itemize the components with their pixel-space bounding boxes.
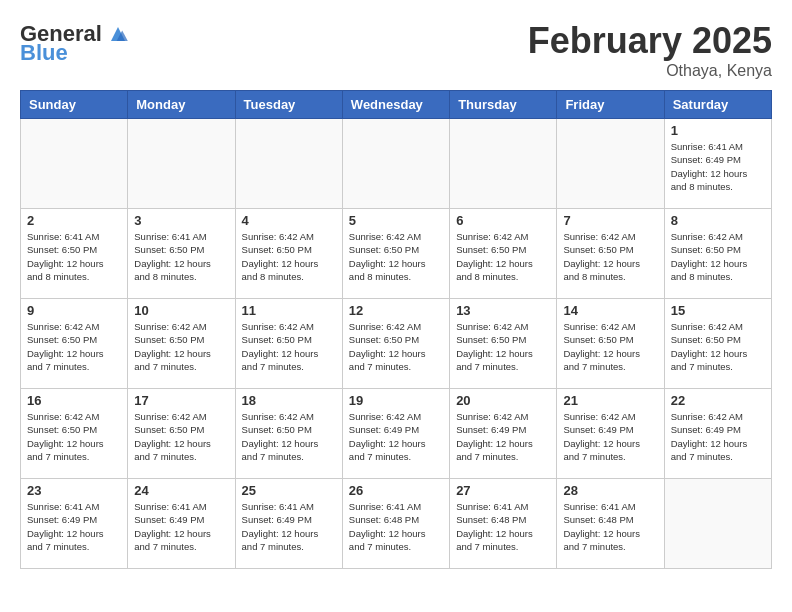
calendar-day-cell: 16Sunrise: 6:42 AM Sunset: 6:50 PM Dayli… (21, 389, 128, 479)
day-info: Sunrise: 6:42 AM Sunset: 6:50 PM Dayligh… (671, 320, 765, 373)
weekday-header: Thursday (450, 91, 557, 119)
day-info: Sunrise: 6:42 AM Sunset: 6:50 PM Dayligh… (563, 230, 657, 283)
calendar-day-cell: 28Sunrise: 6:41 AM Sunset: 6:48 PM Dayli… (557, 479, 664, 569)
day-number: 12 (349, 303, 443, 318)
day-number: 11 (242, 303, 336, 318)
day-number: 23 (27, 483, 121, 498)
day-info: Sunrise: 6:42 AM Sunset: 6:50 PM Dayligh… (242, 230, 336, 283)
logo-icon (104, 20, 132, 48)
calendar-day-cell: 11Sunrise: 6:42 AM Sunset: 6:50 PM Dayli… (235, 299, 342, 389)
day-info: Sunrise: 6:42 AM Sunset: 6:49 PM Dayligh… (456, 410, 550, 463)
weekday-header: Monday (128, 91, 235, 119)
calendar-day-cell (235, 119, 342, 209)
day-info: Sunrise: 6:42 AM Sunset: 6:50 PM Dayligh… (349, 320, 443, 373)
weekday-header: Tuesday (235, 91, 342, 119)
day-info: Sunrise: 6:42 AM Sunset: 6:50 PM Dayligh… (134, 320, 228, 373)
location-title: Othaya, Kenya (528, 62, 772, 80)
day-number: 22 (671, 393, 765, 408)
calendar-day-cell: 24Sunrise: 6:41 AM Sunset: 6:49 PM Dayli… (128, 479, 235, 569)
day-info: Sunrise: 6:42 AM Sunset: 6:50 PM Dayligh… (563, 320, 657, 373)
calendar-header-row: SundayMondayTuesdayWednesdayThursdayFrid… (21, 91, 772, 119)
day-info: Sunrise: 6:42 AM Sunset: 6:50 PM Dayligh… (27, 320, 121, 373)
calendar-day-cell: 26Sunrise: 6:41 AM Sunset: 6:48 PM Dayli… (342, 479, 449, 569)
day-info: Sunrise: 6:42 AM Sunset: 6:50 PM Dayligh… (134, 410, 228, 463)
calendar-day-cell (557, 119, 664, 209)
calendar-day-cell: 8Sunrise: 6:42 AM Sunset: 6:50 PM Daylig… (664, 209, 771, 299)
day-number: 27 (456, 483, 550, 498)
day-number: 2 (27, 213, 121, 228)
calendar-day-cell: 5Sunrise: 6:42 AM Sunset: 6:50 PM Daylig… (342, 209, 449, 299)
weekday-header: Sunday (21, 91, 128, 119)
day-info: Sunrise: 6:42 AM Sunset: 6:49 PM Dayligh… (563, 410, 657, 463)
weekday-header: Saturday (664, 91, 771, 119)
calendar-day-cell: 21Sunrise: 6:42 AM Sunset: 6:49 PM Dayli… (557, 389, 664, 479)
day-number: 21 (563, 393, 657, 408)
day-number: 24 (134, 483, 228, 498)
day-info: Sunrise: 6:41 AM Sunset: 6:49 PM Dayligh… (134, 500, 228, 553)
day-info: Sunrise: 6:41 AM Sunset: 6:50 PM Dayligh… (27, 230, 121, 283)
day-number: 28 (563, 483, 657, 498)
day-number: 4 (242, 213, 336, 228)
calendar-day-cell: 7Sunrise: 6:42 AM Sunset: 6:50 PM Daylig… (557, 209, 664, 299)
day-number: 13 (456, 303, 550, 318)
day-number: 19 (349, 393, 443, 408)
calendar-day-cell: 12Sunrise: 6:42 AM Sunset: 6:50 PM Dayli… (342, 299, 449, 389)
calendar-day-cell: 20Sunrise: 6:42 AM Sunset: 6:49 PM Dayli… (450, 389, 557, 479)
calendar-day-cell: 22Sunrise: 6:42 AM Sunset: 6:49 PM Dayli… (664, 389, 771, 479)
day-number: 8 (671, 213, 765, 228)
day-info: Sunrise: 6:42 AM Sunset: 6:50 PM Dayligh… (242, 410, 336, 463)
day-info: Sunrise: 6:41 AM Sunset: 6:50 PM Dayligh… (134, 230, 228, 283)
day-info: Sunrise: 6:42 AM Sunset: 6:50 PM Dayligh… (671, 230, 765, 283)
calendar-week-row: 9Sunrise: 6:42 AM Sunset: 6:50 PM Daylig… (21, 299, 772, 389)
day-number: 17 (134, 393, 228, 408)
day-number: 20 (456, 393, 550, 408)
page-header: General Blue February 2025 Othaya, Kenya (20, 20, 772, 80)
calendar-week-row: 1Sunrise: 6:41 AM Sunset: 6:49 PM Daylig… (21, 119, 772, 209)
calendar-table: SundayMondayTuesdayWednesdayThursdayFrid… (20, 90, 772, 569)
day-info: Sunrise: 6:42 AM Sunset: 6:50 PM Dayligh… (456, 230, 550, 283)
day-number: 9 (27, 303, 121, 318)
day-number: 1 (671, 123, 765, 138)
calendar-day-cell: 17Sunrise: 6:42 AM Sunset: 6:50 PM Dayli… (128, 389, 235, 479)
day-number: 6 (456, 213, 550, 228)
calendar-day-cell (21, 119, 128, 209)
calendar-day-cell: 3Sunrise: 6:41 AM Sunset: 6:50 PM Daylig… (128, 209, 235, 299)
calendar-day-cell: 9Sunrise: 6:42 AM Sunset: 6:50 PM Daylig… (21, 299, 128, 389)
day-info: Sunrise: 6:41 AM Sunset: 6:49 PM Dayligh… (27, 500, 121, 553)
day-info: Sunrise: 6:41 AM Sunset: 6:48 PM Dayligh… (563, 500, 657, 553)
calendar-day-cell (450, 119, 557, 209)
calendar-day-cell: 1Sunrise: 6:41 AM Sunset: 6:49 PM Daylig… (664, 119, 771, 209)
calendar-week-row: 23Sunrise: 6:41 AM Sunset: 6:49 PM Dayli… (21, 479, 772, 569)
logo-blue: Blue (20, 40, 68, 66)
day-info: Sunrise: 6:41 AM Sunset: 6:48 PM Dayligh… (349, 500, 443, 553)
calendar-week-row: 2Sunrise: 6:41 AM Sunset: 6:50 PM Daylig… (21, 209, 772, 299)
day-number: 14 (563, 303, 657, 318)
calendar-day-cell (664, 479, 771, 569)
day-info: Sunrise: 6:41 AM Sunset: 6:49 PM Dayligh… (242, 500, 336, 553)
day-info: Sunrise: 6:42 AM Sunset: 6:50 PM Dayligh… (242, 320, 336, 373)
day-number: 3 (134, 213, 228, 228)
day-info: Sunrise: 6:42 AM Sunset: 6:50 PM Dayligh… (349, 230, 443, 283)
day-number: 10 (134, 303, 228, 318)
calendar-day-cell: 23Sunrise: 6:41 AM Sunset: 6:49 PM Dayli… (21, 479, 128, 569)
calendar-day-cell: 6Sunrise: 6:42 AM Sunset: 6:50 PM Daylig… (450, 209, 557, 299)
month-title: February 2025 (528, 20, 772, 62)
calendar-day-cell: 13Sunrise: 6:42 AM Sunset: 6:50 PM Dayli… (450, 299, 557, 389)
logo: General Blue (20, 20, 132, 66)
day-info: Sunrise: 6:42 AM Sunset: 6:50 PM Dayligh… (27, 410, 121, 463)
weekday-header: Friday (557, 91, 664, 119)
calendar-day-cell: 18Sunrise: 6:42 AM Sunset: 6:50 PM Dayli… (235, 389, 342, 479)
calendar-week-row: 16Sunrise: 6:42 AM Sunset: 6:50 PM Dayli… (21, 389, 772, 479)
day-number: 16 (27, 393, 121, 408)
calendar-day-cell: 2Sunrise: 6:41 AM Sunset: 6:50 PM Daylig… (21, 209, 128, 299)
calendar-day-cell: 10Sunrise: 6:42 AM Sunset: 6:50 PM Dayli… (128, 299, 235, 389)
calendar-day-cell: 25Sunrise: 6:41 AM Sunset: 6:49 PM Dayli… (235, 479, 342, 569)
calendar-day-cell: 14Sunrise: 6:42 AM Sunset: 6:50 PM Dayli… (557, 299, 664, 389)
calendar-day-cell: 4Sunrise: 6:42 AM Sunset: 6:50 PM Daylig… (235, 209, 342, 299)
title-block: February 2025 Othaya, Kenya (528, 20, 772, 80)
day-info: Sunrise: 6:42 AM Sunset: 6:49 PM Dayligh… (671, 410, 765, 463)
day-number: 5 (349, 213, 443, 228)
day-number: 26 (349, 483, 443, 498)
day-number: 7 (563, 213, 657, 228)
day-number: 15 (671, 303, 765, 318)
